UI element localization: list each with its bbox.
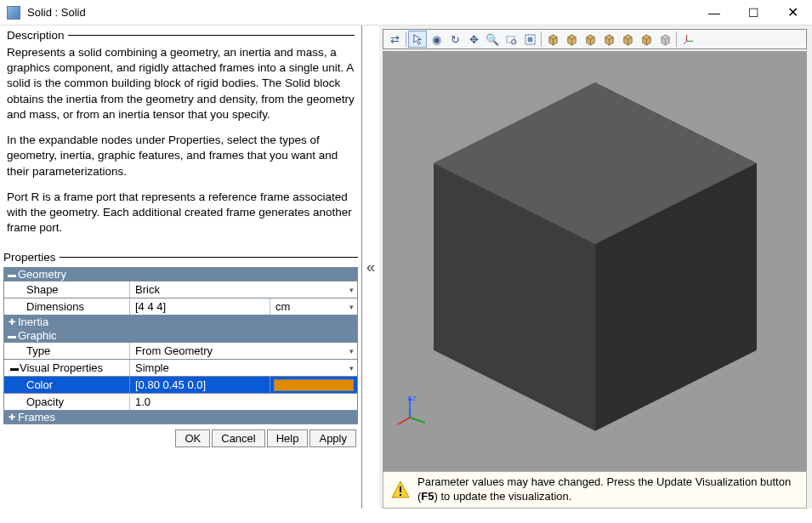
viewport-toolbar: ⇄ ◉ ↻ ✥ 🔍: [383, 29, 807, 49]
color-swatch[interactable]: [274, 379, 354, 391]
orbit-icon[interactable]: ◉: [427, 31, 446, 48]
notice-text: Parameter values may have changed. Press…: [417, 475, 799, 504]
apply-button[interactable]: Apply: [309, 429, 356, 447]
properties-table: ▬ Geometry Shape Brick▾ Dimensions [4 4 …: [3, 267, 358, 424]
view-front-icon[interactable]: [543, 31, 562, 48]
color-label: Color: [26, 378, 53, 391]
fit-icon[interactable]: [520, 31, 539, 48]
svg-rect-3: [527, 37, 532, 42]
axes-triad: z: [395, 392, 429, 429]
close-button[interactable]: ✕: [773, 0, 812, 26]
description-section: Description Represents a solid combining…: [0, 26, 361, 251]
minimize-button[interactable]: —: [695, 0, 734, 26]
shape-label: Shape: [26, 283, 59, 296]
properties-section: Properties ▬ Geometry Shape Brick▾ Dimen…: [0, 251, 361, 426]
rotate-icon[interactable]: ↻: [446, 31, 464, 48]
window-controls: — ☐ ✕: [695, 0, 812, 26]
visual-properties-label: Visual Properties: [20, 361, 103, 374]
dimensions-label: Dimensions: [26, 300, 84, 313]
svg-line-13: [410, 418, 425, 423]
inertia-header[interactable]: ✚ Inertia: [4, 316, 357, 329]
maximize-button[interactable]: ☐: [734, 0, 773, 26]
geometry-header[interactable]: ▬ Geometry: [4, 268, 357, 281]
type-label: Type: [26, 344, 50, 357]
collapse-icon: ▬: [4, 329, 18, 342]
chevron-down-icon: ▾: [349, 303, 354, 311]
view-iso-icon[interactable]: [656, 31, 674, 48]
expand-icon: ✚: [4, 411, 18, 424]
help-button[interactable]: Help: [267, 429, 309, 447]
svg-text:z: z: [412, 394, 417, 402]
zoom-icon[interactable]: 🔍: [483, 31, 502, 48]
arrow-icon[interactable]: [408, 31, 427, 48]
viewport-3d[interactable]: z: [383, 51, 807, 471]
visual-properties-value: Simple: [135, 361, 169, 374]
description-p2: In the expandable nodes under Properties…: [7, 133, 355, 179]
svg-point-1: [511, 39, 516, 44]
collapse-icon: ▬: [8, 363, 20, 372]
app-icon: [7, 6, 20, 20]
frames-header[interactable]: ✚ Frames: [4, 411, 357, 424]
view-bottom-icon[interactable]: [599, 31, 618, 48]
collapse-icon: ▬: [4, 268, 18, 281]
svg-rect-16: [400, 486, 401, 492]
pan-icon[interactable]: ✥: [464, 31, 483, 48]
window-title: Solid : Solid: [27, 6, 695, 19]
left-pane: Description Represents a solid combining…: [0, 26, 362, 509]
svg-line-6: [683, 41, 686, 44]
axes-icon[interactable]: [679, 31, 697, 48]
zoom-region-icon[interactable]: [502, 31, 520, 48]
titlebar: Solid : Solid — ☐ ✕: [0, 0, 812, 26]
opacity-value[interactable]: 1.0: [135, 395, 150, 408]
opacity-label: Opacity: [26, 395, 64, 408]
chevron-down-icon: ▾: [349, 364, 354, 372]
chevron-down-icon: ▾: [349, 286, 354, 294]
view-back-icon[interactable]: [562, 31, 581, 48]
warning-icon: [390, 480, 411, 500]
svg-rect-17: [400, 494, 401, 496]
description-heading: Description: [7, 29, 65, 42]
description-p3: Port R is a frame port that represents a…: [7, 190, 355, 236]
svg-line-14: [398, 418, 410, 424]
type-value: From Geometry: [135, 344, 213, 357]
type-row[interactable]: Type From Geometry▾: [4, 343, 357, 360]
dimensions-value[interactable]: [4 4 4]: [135, 300, 166, 313]
visual-properties-row[interactable]: ▬Visual Properties Simple▾: [4, 360, 357, 377]
collapse-pane-button[interactable]: «: [362, 26, 379, 509]
properties-heading: Properties: [3, 251, 56, 264]
color-value[interactable]: [0.80 0.45 0.0]: [135, 378, 206, 391]
color-row[interactable]: Color [0.80 0.45 0.0]: [4, 377, 357, 394]
right-pane: ⇄ ◉ ↻ ✥ 🔍: [379, 26, 812, 509]
chevron-down-icon: ▾: [349, 347, 354, 355]
dimensions-unit[interactable]: cm: [275, 300, 290, 313]
expand-icon: ✚: [4, 316, 18, 328]
shape-row[interactable]: Shape Brick▾: [4, 281, 357, 298]
graphic-header[interactable]: ▬ Graphic: [4, 329, 357, 343]
solid-cube-preview: [417, 65, 774, 442]
description-p1: Represents a solid combining a geometry,…: [7, 45, 355, 122]
button-row: OK Cancel Help Apply: [0, 426, 361, 451]
update-visualization-notice: Parameter values may have changed. Press…: [383, 471, 807, 509]
view-left-icon[interactable]: [618, 31, 637, 48]
shape-value: Brick: [135, 283, 160, 296]
opacity-row[interactable]: Opacity 1.0: [4, 394, 357, 411]
dimensions-row[interactable]: Dimensions [4 4 4] cm▾: [4, 298, 357, 316]
swap-icon[interactable]: ⇄: [385, 31, 404, 48]
view-right-icon[interactable]: [637, 31, 656, 48]
ok-button[interactable]: OK: [175, 429, 210, 447]
view-top-icon[interactable]: [581, 31, 599, 48]
cancel-button[interactable]: Cancel: [212, 429, 264, 447]
